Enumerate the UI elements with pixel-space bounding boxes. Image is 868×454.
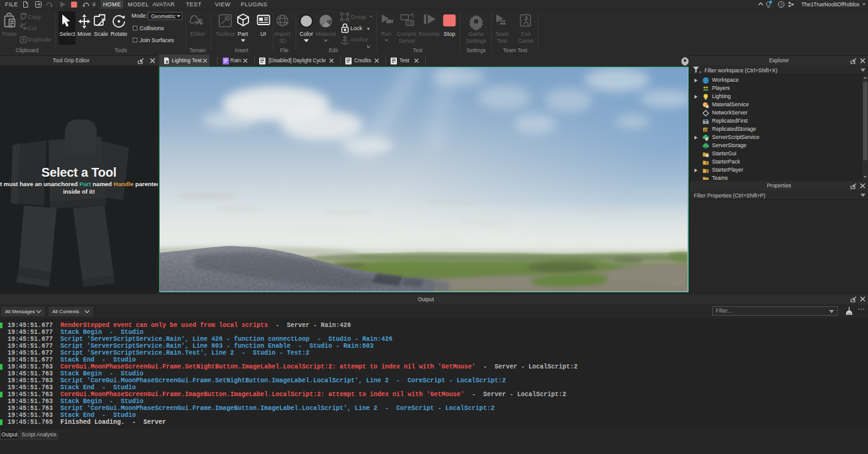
svg-text:?: ?	[780, 2, 782, 8]
